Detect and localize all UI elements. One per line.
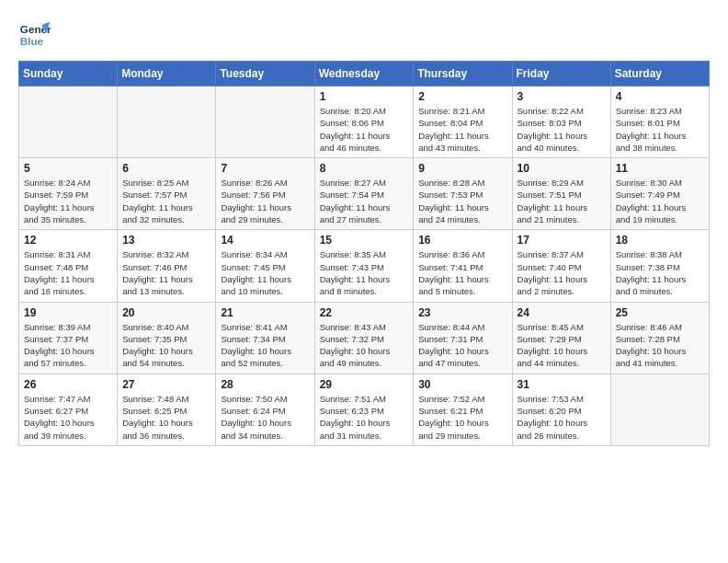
calendar-cell: 13Sunrise: 8:32 AM Sunset: 7:46 PM Dayli… xyxy=(118,230,216,302)
calendar-cell: 10Sunrise: 8:29 AM Sunset: 7:51 PM Dayli… xyxy=(512,158,610,230)
day-number: 15 xyxy=(320,234,409,247)
day-number: 16 xyxy=(418,234,506,247)
day-number: 17 xyxy=(518,234,606,247)
week-row-2: 5Sunrise: 8:24 AM Sunset: 7:59 PM Daylig… xyxy=(19,158,710,230)
day-number: 11 xyxy=(616,162,704,175)
day-number: 26 xyxy=(24,378,112,391)
calendar-cell: 24Sunrise: 8:45 AM Sunset: 7:29 PM Dayli… xyxy=(512,302,610,373)
weekday-header-sunday: Sunday xyxy=(19,62,118,86)
day-info: Sunrise: 8:35 AM Sunset: 7:43 PM Dayligh… xyxy=(320,248,409,297)
day-info: Sunrise: 8:27 AM Sunset: 7:54 PM Dayligh… xyxy=(320,177,409,225)
calendar-cell xyxy=(216,86,314,158)
day-number: 6 xyxy=(122,162,210,175)
calendar-cell: 5Sunrise: 8:24 AM Sunset: 7:59 PM Daylig… xyxy=(19,158,118,230)
calendar-cell: 1Sunrise: 8:20 AM Sunset: 8:06 PM Daylig… xyxy=(314,86,414,158)
calendar-cell: 21Sunrise: 8:41 AM Sunset: 7:34 PM Dayli… xyxy=(216,302,314,373)
day-number: 10 xyxy=(518,162,606,175)
day-number: 3 xyxy=(518,90,606,103)
calendar-cell: 15Sunrise: 8:35 AM Sunset: 7:43 PM Dayli… xyxy=(314,230,414,302)
day-number: 25 xyxy=(616,306,704,319)
weekday-header-saturday: Saturday xyxy=(610,62,709,86)
day-info: Sunrise: 8:22 AM Sunset: 8:03 PM Dayligh… xyxy=(518,105,606,154)
week-row-4: 19Sunrise: 8:39 AM Sunset: 7:37 PM Dayli… xyxy=(19,302,710,373)
calendar-cell: 2Sunrise: 8:21 AM Sunset: 8:04 PM Daylig… xyxy=(414,86,512,158)
day-number: 19 xyxy=(24,306,112,319)
day-info: Sunrise: 8:31 AM Sunset: 7:48 PM Dayligh… xyxy=(24,248,112,297)
day-info: Sunrise: 8:46 AM Sunset: 7:28 PM Dayligh… xyxy=(616,321,704,370)
day-info: Sunrise: 8:43 AM Sunset: 7:32 PM Dayligh… xyxy=(320,321,409,370)
weekday-header-thursday: Thursday xyxy=(414,62,512,86)
day-info: Sunrise: 8:29 AM Sunset: 7:51 PM Dayligh… xyxy=(518,177,606,225)
calendar-cell: 25Sunrise: 8:46 AM Sunset: 7:28 PM Dayli… xyxy=(610,302,709,373)
day-number: 7 xyxy=(221,162,309,175)
calendar-cell xyxy=(610,373,709,445)
day-number: 9 xyxy=(418,162,506,175)
logo: General Blue xyxy=(18,18,51,52)
svg-text:Blue: Blue xyxy=(20,35,44,47)
day-number: 30 xyxy=(418,378,506,391)
calendar-cell: 23Sunrise: 8:44 AM Sunset: 7:31 PM Dayli… xyxy=(414,302,512,373)
calendar-cell: 6Sunrise: 8:25 AM Sunset: 7:57 PM Daylig… xyxy=(118,158,216,230)
day-info: Sunrise: 8:26 AM Sunset: 7:56 PM Dayligh… xyxy=(221,177,309,225)
weekday-header-monday: Monday xyxy=(118,62,216,86)
day-number: 5 xyxy=(24,162,112,175)
day-number: 31 xyxy=(518,378,606,391)
day-number: 2 xyxy=(418,90,506,103)
day-number: 27 xyxy=(122,378,210,391)
day-number: 24 xyxy=(518,306,606,319)
calendar-cell: 12Sunrise: 8:31 AM Sunset: 7:48 PM Dayli… xyxy=(19,230,118,302)
day-info: Sunrise: 8:20 AM Sunset: 8:06 PM Dayligh… xyxy=(320,105,409,154)
day-info: Sunrise: 7:48 AM Sunset: 6:25 PM Dayligh… xyxy=(122,393,210,442)
day-info: Sunrise: 8:41 AM Sunset: 7:34 PM Dayligh… xyxy=(221,321,309,370)
day-info: Sunrise: 8:36 AM Sunset: 7:41 PM Dayligh… xyxy=(418,248,506,297)
day-info: Sunrise: 7:51 AM Sunset: 6:23 PM Dayligh… xyxy=(320,393,409,442)
calendar-cell: 31Sunrise: 7:53 AM Sunset: 6:20 PM Dayli… xyxy=(512,373,610,445)
day-number: 29 xyxy=(320,378,409,391)
weekday-header-friday: Friday xyxy=(512,62,610,86)
day-info: Sunrise: 8:40 AM Sunset: 7:35 PM Dayligh… xyxy=(122,321,210,370)
day-number: 23 xyxy=(418,306,506,319)
day-info: Sunrise: 7:47 AM Sunset: 6:27 PM Dayligh… xyxy=(24,393,112,442)
day-info: Sunrise: 7:52 AM Sunset: 6:21 PM Dayligh… xyxy=(418,393,506,442)
calendar: SundayMondayTuesdayWednesdayThursdayFrid… xyxy=(18,61,710,446)
calendar-cell: 14Sunrise: 8:34 AM Sunset: 7:45 PM Dayli… xyxy=(216,230,314,302)
day-info: Sunrise: 8:38 AM Sunset: 7:38 PM Dayligh… xyxy=(616,248,704,297)
day-number: 28 xyxy=(221,378,309,391)
calendar-cell: 19Sunrise: 8:39 AM Sunset: 7:37 PM Dayli… xyxy=(19,302,118,373)
weekday-header-row: SundayMondayTuesdayWednesdayThursdayFrid… xyxy=(19,62,710,86)
day-number: 20 xyxy=(122,306,210,319)
day-info: Sunrise: 8:34 AM Sunset: 7:45 PM Dayligh… xyxy=(221,248,309,297)
day-info: Sunrise: 8:32 AM Sunset: 7:46 PM Dayligh… xyxy=(122,248,210,297)
day-number: 14 xyxy=(221,234,309,247)
day-info: Sunrise: 8:37 AM Sunset: 7:40 PM Dayligh… xyxy=(518,248,606,297)
calendar-cell: 27Sunrise: 7:48 AM Sunset: 6:25 PM Dayli… xyxy=(118,373,216,445)
calendar-cell: 18Sunrise: 8:38 AM Sunset: 7:38 PM Dayli… xyxy=(610,230,709,302)
calendar-cell: 7Sunrise: 8:26 AM Sunset: 7:56 PM Daylig… xyxy=(216,158,314,230)
calendar-cell: 11Sunrise: 8:30 AM Sunset: 7:49 PM Dayli… xyxy=(610,158,709,230)
day-info: Sunrise: 8:23 AM Sunset: 8:01 PM Dayligh… xyxy=(616,105,704,154)
calendar-cell: 22Sunrise: 8:43 AM Sunset: 7:32 PM Dayli… xyxy=(314,302,414,373)
day-info: Sunrise: 7:53 AM Sunset: 6:20 PM Dayligh… xyxy=(518,393,606,442)
day-info: Sunrise: 8:21 AM Sunset: 8:04 PM Dayligh… xyxy=(418,105,506,154)
calendar-cell xyxy=(19,86,118,158)
calendar-cell: 29Sunrise: 7:51 AM Sunset: 6:23 PM Dayli… xyxy=(314,373,414,445)
day-number: 21 xyxy=(221,306,309,319)
logo-icon: General Blue xyxy=(18,18,51,52)
calendar-cell: 26Sunrise: 7:47 AM Sunset: 6:27 PM Dayli… xyxy=(19,373,118,445)
day-info: Sunrise: 8:28 AM Sunset: 7:53 PM Dayligh… xyxy=(418,177,506,225)
day-number: 8 xyxy=(320,162,409,175)
day-number: 12 xyxy=(24,234,112,247)
calendar-cell xyxy=(118,86,216,158)
calendar-cell: 17Sunrise: 8:37 AM Sunset: 7:40 PM Dayli… xyxy=(512,230,610,302)
calendar-cell: 28Sunrise: 7:50 AM Sunset: 6:24 PM Dayli… xyxy=(216,373,314,445)
week-row-3: 12Sunrise: 8:31 AM Sunset: 7:48 PM Dayli… xyxy=(19,230,710,302)
calendar-cell: 3Sunrise: 8:22 AM Sunset: 8:03 PM Daylig… xyxy=(512,86,610,158)
weekday-header-tuesday: Tuesday xyxy=(216,62,314,86)
header: General Blue xyxy=(18,18,710,52)
day-number: 22 xyxy=(320,306,409,319)
day-info: Sunrise: 8:30 AM Sunset: 7:49 PM Dayligh… xyxy=(616,177,704,225)
calendar-cell: 16Sunrise: 8:36 AM Sunset: 7:41 PM Dayli… xyxy=(414,230,512,302)
calendar-cell: 30Sunrise: 7:52 AM Sunset: 6:21 PM Dayli… xyxy=(414,373,512,445)
calendar-cell: 20Sunrise: 8:40 AM Sunset: 7:35 PM Dayli… xyxy=(118,302,216,373)
day-number: 1 xyxy=(320,90,409,103)
